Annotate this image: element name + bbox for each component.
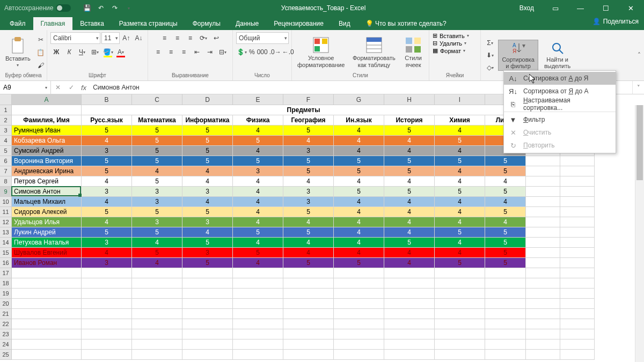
cell[interactable] [560, 329, 595, 339]
column-header[interactable]: D [182, 94, 233, 105]
cell[interactable]: 4 [182, 176, 233, 187]
cell[interactable]: 5 [132, 146, 182, 156]
cell[interactable]: 4 [283, 176, 334, 187]
enter-formula-icon[interactable]: ✓ [64, 84, 78, 91]
cell[interactable] [560, 339, 595, 350]
cell[interactable]: 5 [485, 166, 526, 176]
cell[interactable] [526, 339, 560, 350]
cell[interactable] [182, 339, 233, 350]
row-header[interactable]: 8 [0, 176, 12, 187]
cell[interactable] [560, 248, 595, 258]
row-header[interactable]: 4 [0, 136, 12, 146]
cell[interactable]: 3 [132, 197, 182, 207]
cell[interactable]: 5 [182, 207, 233, 217]
cell[interactable]: 4 [82, 136, 132, 146]
conditional-formatting-button[interactable]: Условное форматирование [295, 35, 347, 69]
cell[interactable] [384, 289, 435, 299]
cell[interactable]: Русс.язык [82, 115, 132, 125]
sort-filter-button[interactable]: АЯ Сортировка и фильтр [498, 40, 538, 71]
tab-home[interactable]: Главная [33, 17, 73, 30]
cell[interactable]: 4 [334, 197, 384, 207]
cell[interactable]: 4 [233, 125, 283, 136]
row-header[interactable]: 24 [0, 339, 12, 350]
cell[interactable]: 5 [384, 238, 435, 248]
align-center-icon[interactable]: ≡ [165, 46, 177, 58]
cell[interactable]: 5 [435, 227, 485, 238]
cell[interactable]: 4 [132, 166, 182, 176]
cell[interactable] [435, 299, 485, 309]
autosum-icon[interactable]: Σ▾ [484, 37, 496, 49]
menu-item[interactable]: ▼Фильтр [504, 113, 616, 126]
cell[interactable]: 4 [334, 217, 384, 227]
cell[interactable]: 4 [435, 176, 485, 187]
cell[interactable]: 5 [435, 156, 485, 166]
cell[interactable]: Лукин Андрей [12, 227, 82, 238]
cell[interactable] [435, 339, 485, 350]
row-header[interactable]: 14 [0, 238, 12, 248]
align-top-icon[interactable]: ≡ [159, 32, 171, 44]
cell[interactable]: 3 [82, 187, 132, 197]
row-header[interactable]: 3 [0, 125, 12, 136]
cell[interactable] [182, 278, 233, 289]
tab-review[interactable]: Рецензирование [266, 17, 331, 30]
cell[interactable]: 4 [384, 176, 435, 187]
cell[interactable]: Иванов Роман [12, 258, 82, 268]
align-right-icon[interactable]: ≡ [178, 46, 190, 58]
cell[interactable]: 3 [182, 248, 233, 258]
cell[interactable]: 4 [334, 248, 384, 258]
cell[interactable] [526, 166, 560, 176]
cell[interactable] [233, 339, 283, 350]
fill-icon[interactable]: ⬇▾ [484, 49, 496, 61]
qat-customize-icon[interactable]: ▾ [122, 2, 135, 14]
column-header[interactable]: A [12, 94, 82, 105]
cell[interactable]: 3 [82, 146, 132, 156]
cell[interactable]: 5 [82, 166, 132, 176]
cell[interactable]: 4 [435, 146, 485, 156]
cell[interactable] [12, 299, 82, 309]
cell[interactable]: 5 [132, 156, 182, 166]
save-icon[interactable]: 💾 [80, 2, 93, 14]
cell[interactable]: 5 [182, 258, 233, 268]
cell[interactable]: Математика [132, 115, 182, 125]
cell[interactable]: 3 [233, 166, 283, 176]
cell[interactable] [485, 289, 526, 299]
format-as-table-button[interactable]: Форматировать как таблицу [349, 35, 399, 69]
column-header[interactable]: C [132, 94, 182, 105]
cell[interactable] [233, 350, 283, 360]
cell[interactable] [283, 289, 334, 299]
tab-formulas[interactable]: Формулы [185, 17, 228, 30]
cell[interactable] [334, 309, 384, 319]
font-color-button[interactable]: A▾ [115, 46, 127, 58]
cell[interactable] [485, 329, 526, 339]
cell[interactable]: 4 [283, 136, 334, 146]
cell[interactable]: 5 [283, 125, 334, 136]
tell-me[interactable]: 💡 Что вы хотите сделать? [358, 17, 454, 30]
cell[interactable]: География [283, 115, 334, 125]
cell[interactable]: 5 [82, 156, 132, 166]
cell[interactable]: 5 [485, 258, 526, 268]
cell[interactable]: 5 [283, 156, 334, 166]
cell[interactable] [82, 289, 132, 299]
cell[interactable]: 3 [82, 258, 132, 268]
cell[interactable]: 4 [233, 187, 283, 197]
row-header[interactable]: 13 [0, 227, 12, 238]
border-button[interactable]: ⊞▾ [89, 46, 101, 58]
tab-file[interactable]: Файл [2, 17, 33, 30]
column-header[interactable]: H [384, 94, 435, 105]
cell[interactable] [334, 339, 384, 350]
cell[interactable] [526, 187, 560, 197]
cell[interactable] [526, 217, 560, 227]
tab-view[interactable]: Вид [331, 17, 358, 30]
cell[interactable] [12, 278, 82, 289]
menu-item[interactable]: А↓Сортировка от А до Я [504, 72, 616, 85]
cell[interactable]: 4 [485, 217, 526, 227]
cell[interactable]: Предметы [82, 105, 526, 115]
cell[interactable] [182, 350, 233, 360]
cell[interactable]: 5 [435, 136, 485, 146]
cell[interactable] [132, 339, 182, 350]
cell[interactable]: 5 [384, 125, 435, 136]
cell[interactable] [334, 268, 384, 278]
row-header[interactable]: 15 [0, 248, 12, 258]
cell[interactable]: 4 [82, 217, 132, 227]
tab-layout[interactable]: Разметка страницы [112, 17, 185, 30]
